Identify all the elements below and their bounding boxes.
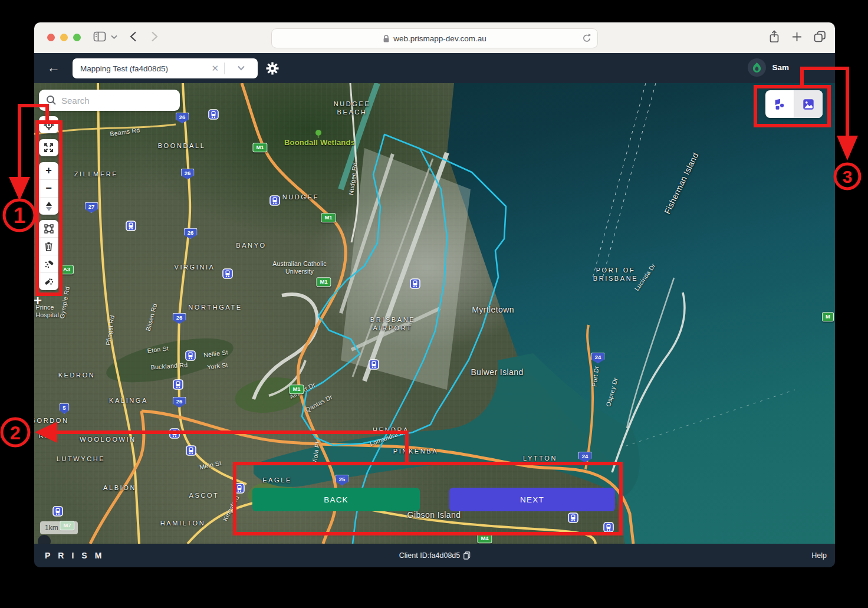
map-label: Boondall Wetlands	[284, 138, 355, 147]
geolocate-button[interactable]	[39, 116, 58, 133]
user-menu[interactable]: Sam	[748, 58, 789, 77]
tab-overview-icon[interactable]	[814, 31, 826, 42]
map-label: Viola Pl	[311, 441, 321, 464]
map-label: Bilsen Rd	[144, 303, 159, 331]
train-station-icon	[186, 445, 196, 458]
map-label: PINKENBA	[393, 448, 438, 456]
park-blob	[233, 373, 308, 417]
map-label: Gympie Rd	[58, 286, 72, 320]
map-label: NUDGEE BEACH	[334, 100, 371, 117]
map-artwork	[34, 83, 835, 544]
chevron-down-icon[interactable]	[111, 35, 117, 40]
floodway-channel	[341, 83, 377, 189]
road-shield: 26	[184, 228, 198, 239]
road-shield: M	[822, 312, 834, 321]
arrowhead-3	[837, 136, 858, 160]
port-white-patch	[669, 140, 733, 195]
project-select[interactable]: ✕	[73, 58, 258, 78]
draw-polygon-button[interactable]	[39, 220, 58, 237]
map-label: Port Dr	[590, 366, 600, 387]
url-text: web.prismapp-dev.com.au	[393, 34, 486, 43]
prism-brand: PRISM	[45, 551, 109, 560]
help-link[interactable]: Help	[811, 551, 827, 560]
new-tab-icon[interactable]	[792, 32, 802, 42]
map-label: Qantas Dr	[304, 393, 334, 413]
road-shield: 24	[591, 353, 605, 364]
map-label: ASCOT	[189, 492, 219, 500]
refresh-icon[interactable]	[582, 33, 591, 44]
map-label: HAMILTON	[160, 520, 206, 528]
combine-features-button[interactable]	[39, 255, 58, 272]
client-id-text: Client ID:fa4d08d5	[399, 551, 461, 560]
map-label: Fisherman Island	[662, 151, 701, 216]
road-shield: M1	[252, 143, 267, 152]
lock-icon	[383, 34, 390, 43]
fullscreen-button[interactable]	[39, 139, 58, 156]
kedron-brook-green	[103, 330, 237, 391]
moreton-bay-water	[34, 83, 835, 544]
features-view-button[interactable]	[765, 90, 794, 118]
next-button[interactable]: NEXT	[449, 488, 615, 511]
prism-logo-avatar	[748, 58, 766, 77]
map-label: ALBION	[103, 484, 136, 492]
trash-button[interactable]	[39, 237, 58, 255]
toolbar-group-zoom: + −	[39, 162, 58, 215]
project-name-input[interactable]	[73, 64, 206, 73]
minimize-button[interactable]	[60, 34, 68, 41]
annotation-number-1: 1	[14, 203, 25, 228]
map-label: Lomandra Dr	[369, 428, 407, 448]
annotation-number-2: 2	[10, 422, 21, 443]
train-station-icon	[185, 350, 196, 363]
copy-icon[interactable]	[463, 551, 470, 560]
map-label: Bulwer Island	[471, 367, 523, 378]
map-label: Beams Rd	[110, 126, 141, 138]
satellite-view-button[interactable]	[794, 90, 823, 118]
tree-icon	[314, 129, 323, 139]
share-icon[interactable]	[769, 30, 780, 43]
address-bar[interactable]: web.prismapp-dev.com.au	[271, 28, 598, 48]
map-label: Gibson Island	[407, 510, 461, 521]
map-label: NUDGEE	[282, 193, 320, 202]
user-name: Sam	[772, 63, 789, 72]
clear-x-icon[interactable]: ✕	[206, 63, 224, 74]
back-arrow-button[interactable]: ←	[47, 60, 60, 75]
zoom-button[interactable]	[73, 34, 81, 41]
page: web.prismapp-dev.com.au ← ✕	[0, 0, 868, 608]
map-search	[39, 90, 180, 111]
train-station-icon	[169, 428, 180, 441]
forward-icon[interactable]	[151, 31, 158, 42]
road-shield: 26	[173, 397, 186, 408]
view-toggle	[765, 90, 823, 118]
uncombine-features-button[interactable]	[39, 272, 58, 290]
map-label: Australian Catholic University	[272, 260, 326, 275]
road-shield: 26	[176, 113, 189, 124]
app-header: ← ✕ Sam	[34, 53, 835, 83]
train-station-icon	[603, 522, 614, 535]
map-canvas[interactable]: NUDGEE BEACHBOONDALLZILLMERENUDGEEBANYOV…	[34, 83, 835, 544]
close-button[interactable]	[47, 34, 55, 41]
client-id: Client ID:fa4d08d5	[399, 551, 471, 560]
map-label: VIRGINIA	[174, 264, 215, 272]
back-button[interactable]: BACK	[252, 488, 420, 511]
port-island	[617, 98, 767, 227]
compass-button[interactable]	[39, 197, 58, 215]
scale-label: 1km	[45, 524, 58, 532]
road-shield: M1	[289, 384, 304, 394]
map-label: HENDRA	[373, 426, 409, 435]
map-label: BRISBANE AIRPORT	[370, 316, 415, 333]
urban-texture	[34, 83, 627, 544]
chevron-down-icon[interactable]	[225, 65, 258, 71]
map-label: Lucinda Dr	[633, 262, 657, 293]
settings-gear-icon[interactable]	[265, 61, 280, 75]
search-input[interactable]	[57, 95, 180, 106]
train-station-icon	[234, 483, 245, 496]
attribution-button[interactable]	[38, 535, 51, 544]
toolbar-group-draw	[39, 220, 58, 290]
zoom-in-button[interactable]: +	[39, 162, 58, 179]
back-icon[interactable]	[130, 31, 137, 42]
beach-sand	[586, 94, 632, 126]
train-station-icon	[208, 109, 219, 122]
zoom-out-button[interactable]: −	[39, 179, 58, 197]
sidebar-icon[interactable]	[93, 31, 106, 42]
map-label: NORTHGATE	[188, 304, 242, 312]
